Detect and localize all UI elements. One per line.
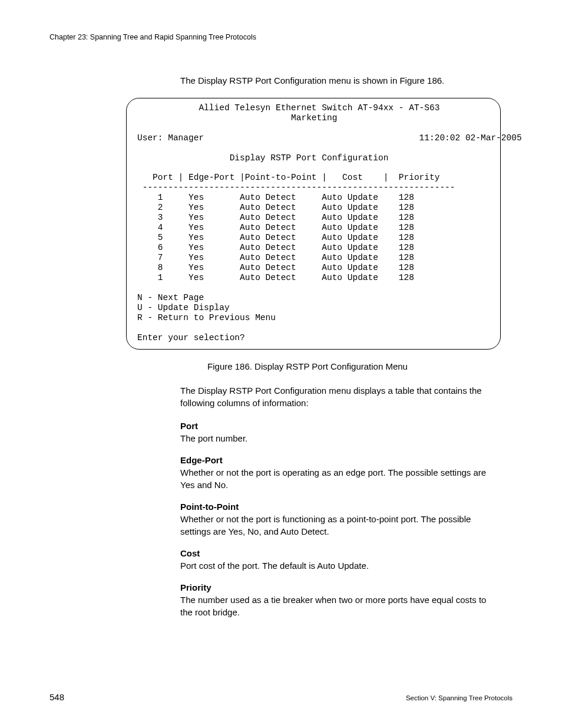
- definition-term: Edge-Port: [180, 454, 487, 466]
- definition-edge-port: Edge-Port Whether or not the port is ope…: [180, 454, 487, 491]
- figure-caption: Figure 186. Display RSTP Port Configurat…: [120, 361, 495, 371]
- section-label: Section V: Spanning Tree Protocols: [406, 694, 513, 701]
- definition-desc: The number used as a tie breaker when tw…: [180, 595, 486, 617]
- intro-paragraph: The Display RSTP Port Configuration menu…: [180, 74, 513, 87]
- definition-term: Cost: [180, 547, 487, 559]
- definition-cost: Cost Port cost of the port. The default …: [180, 547, 487, 572]
- definition-port: Port The port number.: [180, 420, 487, 444]
- body-paragraph: The Display RSTP Port Configuration menu…: [180, 384, 487, 409]
- chapter-header: Chapter 23: Spanning Tree and Rapid Span…: [49, 33, 513, 41]
- definition-term: Point-to-Point: [180, 500, 487, 513]
- definition-priority: Priority The number used as a tie breake…: [180, 581, 487, 618]
- definition-point-to-point: Point-to-Point Whether or not the port i…: [180, 500, 487, 538]
- definition-desc: The port number.: [180, 433, 247, 443]
- definition-desc: Whether or not the port is functioning a…: [180, 514, 471, 536]
- definition-term: Priority: [180, 581, 487, 594]
- page-footer: 548 Section V: Spanning Tree Protocols: [49, 692, 513, 702]
- definition-term: Port: [180, 420, 487, 432]
- definition-desc: Whether or not the port is operating as …: [180, 467, 486, 490]
- terminal-screen: Allied Telesyn Ethernet Switch AT-94xx -…: [126, 98, 501, 350]
- page-number: 548: [49, 692, 64, 702]
- definition-desc: Port cost of the port. The default is Au…: [180, 561, 369, 571]
